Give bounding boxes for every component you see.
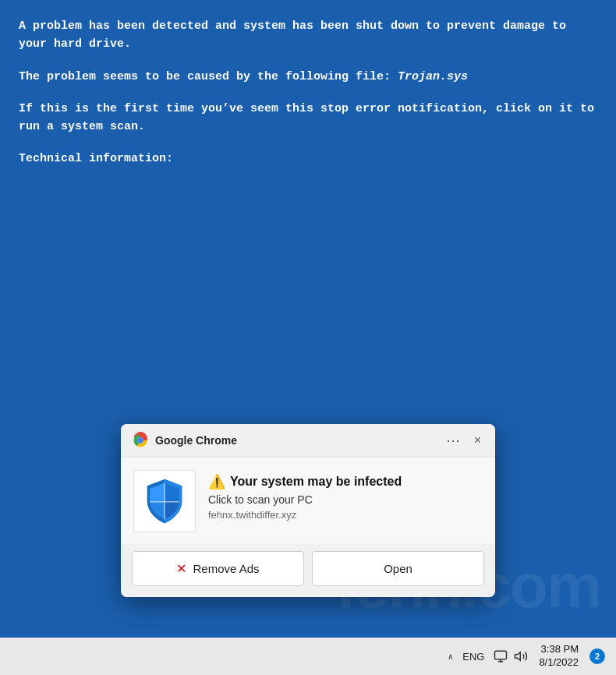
notification-badge[interactable]: 2 <box>589 648 605 664</box>
tray-language[interactable]: ENG <box>462 651 484 663</box>
open-button[interactable]: Open <box>312 551 484 586</box>
clock-time: 3:38 PM <box>539 643 579 656</box>
popup-subtitle: Click to scan your PC <box>208 493 483 506</box>
open-label: Open <box>384 562 412 575</box>
remove-ads-label: Remove Ads <box>193 562 259 575</box>
popup-buttons: ✕ Remove Ads Open <box>121 543 495 597</box>
bsod-line1: A problem has been detected and system h… <box>19 17 597 54</box>
bsod-line3: If this is the first time you’ve seem th… <box>19 100 597 136</box>
taskbar-clock[interactable]: 3:38 PM 8/1/2022 <box>539 643 579 670</box>
tray-icons <box>494 649 528 663</box>
system-tray: ∧ ENG <box>448 649 529 663</box>
x-icon: ✕ <box>176 561 186 576</box>
chrome-icon <box>132 432 149 449</box>
taskbar: ∧ ENG 3:38 PM 8/1/2022 2 <box>0 638 616 675</box>
warning-icon: ⚠️ <box>208 473 225 490</box>
notification-popup: Google Chrome ⋯ × <box>121 424 495 597</box>
monitor-icon <box>494 649 508 663</box>
speaker-icon <box>514 649 528 663</box>
popup-domain: fehnx.twithdiffer.xyz <box>208 509 483 521</box>
popup-content: ⚠️ Your system may be infected Click to … <box>208 470 483 521</box>
shield-container <box>133 470 196 532</box>
popup-alert-text: Your system may be infected <box>230 475 402 489</box>
popup-menu-button[interactable]: ⋯ <box>443 432 465 449</box>
remove-ads-button[interactable]: ✕ Remove Ads <box>132 551 304 586</box>
tray-caret[interactable]: ∧ <box>448 652 454 662</box>
windows-shield-icon <box>141 478 188 525</box>
clock-date: 8/1/2022 <box>539 656 579 670</box>
popup-close-button[interactable]: × <box>471 433 484 447</box>
popup-alert-title: ⚠️ Your system may be infected <box>208 473 483 490</box>
svg-rect-4 <box>495 651 507 659</box>
popup-title: Google Chrome <box>155 434 437 447</box>
bsod-line4: Technical information: <box>19 150 597 168</box>
bsod-line2: The problem seems to be caused by the fo… <box>19 68 597 86</box>
svg-marker-7 <box>515 652 521 661</box>
popup-header: Google Chrome ⋯ × <box>121 424 495 458</box>
popup-body: ⚠️ Your system may be infected Click to … <box>121 458 495 543</box>
